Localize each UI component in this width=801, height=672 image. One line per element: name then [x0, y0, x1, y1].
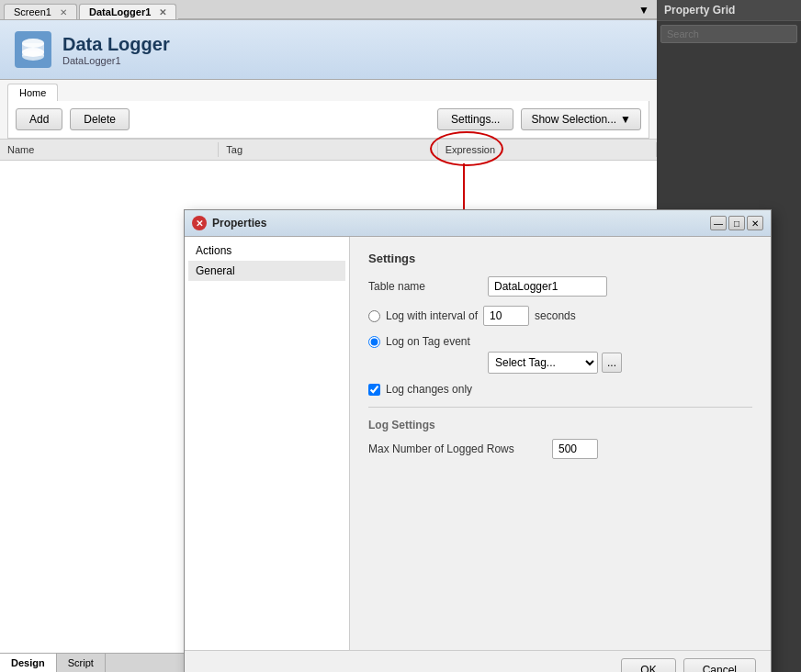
datalogger-icon [15, 31, 51, 68]
ribbon-home-tab[interactable]: Home [7, 84, 58, 101]
page-title: Data Logger [62, 34, 170, 55]
table-name-row: Table name [368, 276, 752, 297]
col-name: Name [0, 142, 219, 157]
settings-section-title: Settings [368, 252, 752, 265]
dialog-x-icon: ✕ [192, 216, 207, 230]
tag-select[interactable]: Select Tag... [488, 352, 598, 374]
table-name-label: Table name [368, 280, 488, 293]
max-rows-label: Max Number of Logged Rows [368, 442, 552, 455]
ribbon: Home Add Delete Settings... Show Selecti… [0, 80, 657, 140]
table-header: Name Tag Expression [0, 140, 657, 161]
log-changes-row: Log changes only [368, 383, 752, 396]
max-rows-row: Max Number of Logged Rows [368, 439, 752, 459]
col-tag: Tag [219, 142, 437, 157]
maximize-button[interactable]: □ [728, 216, 745, 230]
properties-dialog: ✕ Properties — □ ✕ Actions General Setti… [184, 209, 772, 672]
ok-button[interactable]: OK [621, 658, 675, 672]
close-screen1-icon[interactable]: ✕ [60, 7, 67, 17]
property-grid-search-input[interactable] [660, 25, 797, 43]
tab-screen1[interactable]: Screen1 ✕ [4, 4, 77, 19]
log-settings-section-title: Log Settings [368, 419, 752, 431]
col-expression: Expression [438, 142, 657, 157]
tab-script[interactable]: Script [57, 654, 106, 672]
dialog-titlebar: ✕ Properties — □ ✕ [185, 210, 771, 237]
dialog-right-panel: Settings Table name Log with interval of… [350, 237, 771, 650]
log-interval-input[interactable] [483, 306, 529, 326]
cancel-button[interactable]: Cancel [683, 658, 756, 672]
page-subtitle: DataLogger1 [62, 55, 170, 66]
log-tag-row: Log on Tag event Select Tag... ... [368, 335, 752, 374]
property-grid-title: Property Grid [657, 0, 801, 21]
max-rows-input[interactable] [552, 439, 598, 459]
svg-point-4 [22, 51, 44, 61]
tab-datalogger1[interactable]: DataLogger1 ✕ [79, 4, 176, 19]
show-selection-button[interactable]: Show Selection... ▼ [521, 108, 641, 130]
log-changes-label: Log changes only [386, 383, 472, 396]
dropdown-arrow-icon: ▼ [620, 113, 631, 126]
property-grid-search-area [657, 21, 801, 47]
close-datalogger1-icon[interactable]: ✕ [159, 7, 166, 17]
log-interval-radio[interactable] [368, 310, 380, 322]
header: Data Logger DataLogger1 [0, 20, 657, 80]
log-changes-checkbox[interactable] [368, 384, 380, 396]
delete-button[interactable]: Delete [70, 108, 130, 130]
tag-browse-button[interactable]: ... [602, 353, 622, 373]
left-item-general[interactable]: General [188, 261, 345, 281]
log-interval-label: Log with interval of [386, 309, 478, 322]
tab-scroll-btn[interactable]: ▼ [638, 4, 657, 19]
dialog-footer: OK Cancel [185, 650, 771, 672]
add-button[interactable]: Add [16, 108, 62, 130]
dialog-left-panel: Actions General [185, 237, 350, 650]
dialog-title-text: Properties [212, 217, 266, 230]
seconds-label: seconds [535, 309, 576, 322]
left-item-actions[interactable]: Actions [188, 241, 345, 261]
log-interval-row: Log with interval of seconds [368, 306, 752, 326]
log-tag-radio[interactable] [368, 336, 380, 348]
log-tag-label: Log on Tag event [386, 335, 470, 348]
close-dialog-button[interactable]: ✕ [747, 216, 763, 230]
settings-button[interactable]: Settings... [437, 108, 513, 130]
minimize-button[interactable]: — [710, 216, 727, 230]
tab-design[interactable]: Design [0, 654, 57, 672]
table-name-input[interactable] [488, 276, 607, 297]
tab-bar: Screen1 ✕ DataLogger1 ✕ ▼ [0, 0, 657, 20]
